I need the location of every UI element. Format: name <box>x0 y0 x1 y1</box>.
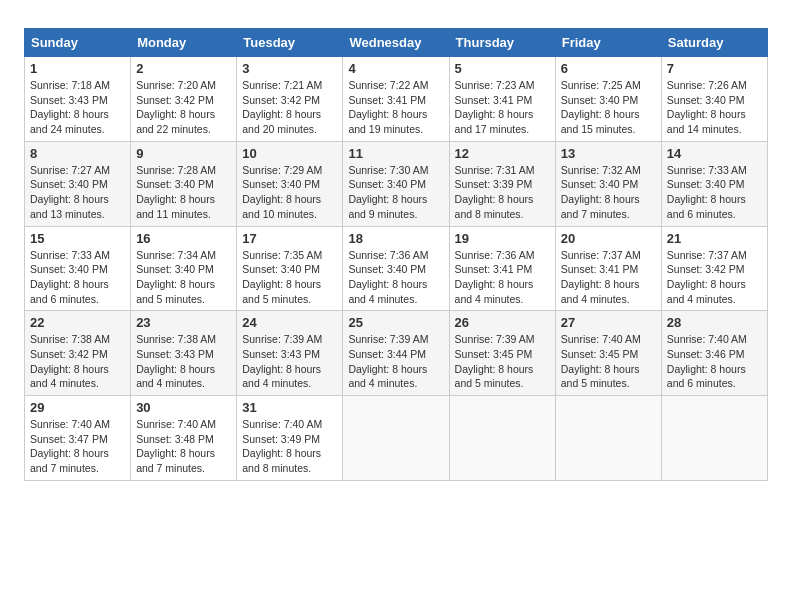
day-info: Sunrise: 7:28 AMSunset: 3:40 PMDaylight:… <box>136 163 231 222</box>
calendar-cell <box>343 396 449 481</box>
calendar-cell: 20Sunrise: 7:37 AMSunset: 3:41 PMDayligh… <box>555 226 661 311</box>
day-info: Sunrise: 7:30 AMSunset: 3:40 PMDaylight:… <box>348 163 443 222</box>
calendar-cell: 28Sunrise: 7:40 AMSunset: 3:46 PMDayligh… <box>661 311 767 396</box>
day-info: Sunrise: 7:34 AMSunset: 3:40 PMDaylight:… <box>136 248 231 307</box>
week-row-1: 8Sunrise: 7:27 AMSunset: 3:40 PMDaylight… <box>25 141 768 226</box>
calendar-cell: 13Sunrise: 7:32 AMSunset: 3:40 PMDayligh… <box>555 141 661 226</box>
day-info: Sunrise: 7:33 AMSunset: 3:40 PMDaylight:… <box>30 248 125 307</box>
calendar-cell: 24Sunrise: 7:39 AMSunset: 3:43 PMDayligh… <box>237 311 343 396</box>
day-number: 17 <box>242 231 337 246</box>
day-number: 15 <box>30 231 125 246</box>
calendar-cell: 14Sunrise: 7:33 AMSunset: 3:40 PMDayligh… <box>661 141 767 226</box>
calendar-cell: 22Sunrise: 7:38 AMSunset: 3:42 PMDayligh… <box>25 311 131 396</box>
day-number: 11 <box>348 146 443 161</box>
day-number: 20 <box>561 231 656 246</box>
day-number: 24 <box>242 315 337 330</box>
weekday-header-saturday: Saturday <box>661 29 767 57</box>
day-number: 3 <box>242 61 337 76</box>
day-info: Sunrise: 7:29 AMSunset: 3:40 PMDaylight:… <box>242 163 337 222</box>
day-info: Sunrise: 7:25 AMSunset: 3:40 PMDaylight:… <box>561 78 656 137</box>
weekday-header-row: SundayMondayTuesdayWednesdayThursdayFrid… <box>25 29 768 57</box>
calendar-cell <box>555 396 661 481</box>
day-number: 26 <box>455 315 550 330</box>
day-info: Sunrise: 7:40 AMSunset: 3:48 PMDaylight:… <box>136 417 231 476</box>
day-number: 2 <box>136 61 231 76</box>
day-number: 13 <box>561 146 656 161</box>
calendar-cell <box>449 396 555 481</box>
day-info: Sunrise: 7:40 AMSunset: 3:49 PMDaylight:… <box>242 417 337 476</box>
calendar-cell: 2Sunrise: 7:20 AMSunset: 3:42 PMDaylight… <box>131 57 237 142</box>
day-info: Sunrise: 7:36 AMSunset: 3:41 PMDaylight:… <box>455 248 550 307</box>
weekday-header-wednesday: Wednesday <box>343 29 449 57</box>
day-number: 18 <box>348 231 443 246</box>
day-number: 30 <box>136 400 231 415</box>
calendar-cell: 5Sunrise: 7:23 AMSunset: 3:41 PMDaylight… <box>449 57 555 142</box>
day-info: Sunrise: 7:39 AMSunset: 3:45 PMDaylight:… <box>455 332 550 391</box>
calendar-cell: 17Sunrise: 7:35 AMSunset: 3:40 PMDayligh… <box>237 226 343 311</box>
calendar-cell: 23Sunrise: 7:38 AMSunset: 3:43 PMDayligh… <box>131 311 237 396</box>
day-number: 25 <box>348 315 443 330</box>
day-number: 19 <box>455 231 550 246</box>
day-info: Sunrise: 7:39 AMSunset: 3:44 PMDaylight:… <box>348 332 443 391</box>
calendar-cell <box>661 396 767 481</box>
weekday-header-friday: Friday <box>555 29 661 57</box>
day-info: Sunrise: 7:20 AMSunset: 3:42 PMDaylight:… <box>136 78 231 137</box>
day-info: Sunrise: 7:40 AMSunset: 3:46 PMDaylight:… <box>667 332 762 391</box>
day-number: 27 <box>561 315 656 330</box>
day-info: Sunrise: 7:27 AMSunset: 3:40 PMDaylight:… <box>30 163 125 222</box>
day-number: 12 <box>455 146 550 161</box>
calendar-cell: 30Sunrise: 7:40 AMSunset: 3:48 PMDayligh… <box>131 396 237 481</box>
day-info: Sunrise: 7:32 AMSunset: 3:40 PMDaylight:… <box>561 163 656 222</box>
calendar-cell: 18Sunrise: 7:36 AMSunset: 3:40 PMDayligh… <box>343 226 449 311</box>
calendar-cell: 29Sunrise: 7:40 AMSunset: 3:47 PMDayligh… <box>25 396 131 481</box>
day-info: Sunrise: 7:39 AMSunset: 3:43 PMDaylight:… <box>242 332 337 391</box>
day-number: 16 <box>136 231 231 246</box>
day-number: 10 <box>242 146 337 161</box>
day-number: 9 <box>136 146 231 161</box>
calendar-cell: 1Sunrise: 7:18 AMSunset: 3:43 PMDaylight… <box>25 57 131 142</box>
calendar-cell: 7Sunrise: 7:26 AMSunset: 3:40 PMDaylight… <box>661 57 767 142</box>
day-number: 31 <box>242 400 337 415</box>
day-number: 6 <box>561 61 656 76</box>
day-number: 8 <box>30 146 125 161</box>
calendar-header: SundayMondayTuesdayWednesdayThursdayFrid… <box>25 29 768 57</box>
calendar-cell: 16Sunrise: 7:34 AMSunset: 3:40 PMDayligh… <box>131 226 237 311</box>
weekday-header-thursday: Thursday <box>449 29 555 57</box>
day-info: Sunrise: 7:31 AMSunset: 3:39 PMDaylight:… <box>455 163 550 222</box>
day-info: Sunrise: 7:21 AMSunset: 3:42 PMDaylight:… <box>242 78 337 137</box>
calendar-cell: 15Sunrise: 7:33 AMSunset: 3:40 PMDayligh… <box>25 226 131 311</box>
day-info: Sunrise: 7:36 AMSunset: 3:40 PMDaylight:… <box>348 248 443 307</box>
day-info: Sunrise: 7:18 AMSunset: 3:43 PMDaylight:… <box>30 78 125 137</box>
calendar-table: SundayMondayTuesdayWednesdayThursdayFrid… <box>24 28 768 481</box>
calendar-cell: 19Sunrise: 7:36 AMSunset: 3:41 PMDayligh… <box>449 226 555 311</box>
week-row-2: 15Sunrise: 7:33 AMSunset: 3:40 PMDayligh… <box>25 226 768 311</box>
day-info: Sunrise: 7:23 AMSunset: 3:41 PMDaylight:… <box>455 78 550 137</box>
weekday-header-tuesday: Tuesday <box>237 29 343 57</box>
calendar-cell: 3Sunrise: 7:21 AMSunset: 3:42 PMDaylight… <box>237 57 343 142</box>
calendar-cell: 9Sunrise: 7:28 AMSunset: 3:40 PMDaylight… <box>131 141 237 226</box>
day-info: Sunrise: 7:22 AMSunset: 3:41 PMDaylight:… <box>348 78 443 137</box>
weekday-header-monday: Monday <box>131 29 237 57</box>
day-info: Sunrise: 7:26 AMSunset: 3:40 PMDaylight:… <box>667 78 762 137</box>
day-number: 22 <box>30 315 125 330</box>
day-info: Sunrise: 7:37 AMSunset: 3:42 PMDaylight:… <box>667 248 762 307</box>
day-info: Sunrise: 7:37 AMSunset: 3:41 PMDaylight:… <box>561 248 656 307</box>
calendar-cell: 4Sunrise: 7:22 AMSunset: 3:41 PMDaylight… <box>343 57 449 142</box>
day-number: 14 <box>667 146 762 161</box>
calendar-cell: 21Sunrise: 7:37 AMSunset: 3:42 PMDayligh… <box>661 226 767 311</box>
day-info: Sunrise: 7:38 AMSunset: 3:42 PMDaylight:… <box>30 332 125 391</box>
calendar-cell: 26Sunrise: 7:39 AMSunset: 3:45 PMDayligh… <box>449 311 555 396</box>
calendar-cell: 31Sunrise: 7:40 AMSunset: 3:49 PMDayligh… <box>237 396 343 481</box>
calendar-cell: 6Sunrise: 7:25 AMSunset: 3:40 PMDaylight… <box>555 57 661 142</box>
day-info: Sunrise: 7:35 AMSunset: 3:40 PMDaylight:… <box>242 248 337 307</box>
day-info: Sunrise: 7:33 AMSunset: 3:40 PMDaylight:… <box>667 163 762 222</box>
week-row-0: 1Sunrise: 7:18 AMSunset: 3:43 PMDaylight… <box>25 57 768 142</box>
day-number: 29 <box>30 400 125 415</box>
day-info: Sunrise: 7:40 AMSunset: 3:45 PMDaylight:… <box>561 332 656 391</box>
day-number: 28 <box>667 315 762 330</box>
day-number: 4 <box>348 61 443 76</box>
calendar-cell: 25Sunrise: 7:39 AMSunset: 3:44 PMDayligh… <box>343 311 449 396</box>
day-number: 7 <box>667 61 762 76</box>
day-info: Sunrise: 7:40 AMSunset: 3:47 PMDaylight:… <box>30 417 125 476</box>
calendar-cell: 10Sunrise: 7:29 AMSunset: 3:40 PMDayligh… <box>237 141 343 226</box>
